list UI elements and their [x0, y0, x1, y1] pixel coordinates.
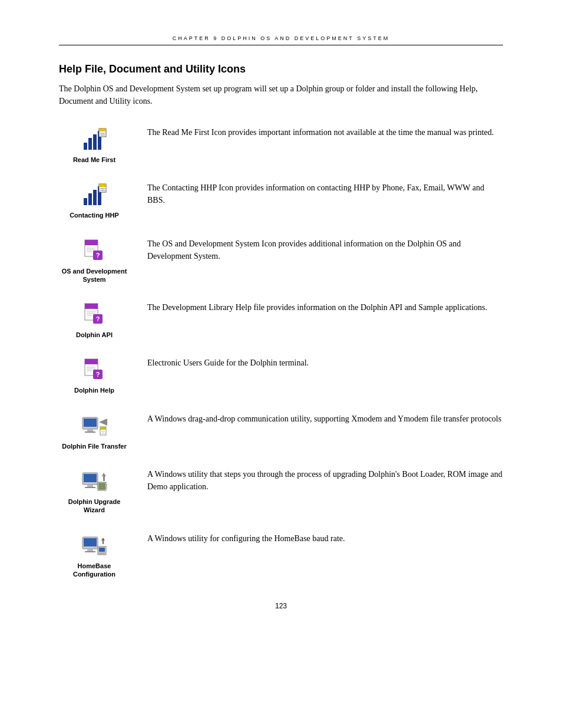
chapter-header: CHAPTER 9 DOLPHIN OS AND DEVELOPMENT SYS… [59, 35, 503, 41]
svg-rect-8 [84, 198, 87, 205]
dolphin-help-label: Dolphin Help [74, 386, 114, 394]
contacting-hhp-icon [80, 180, 108, 209]
icon-col-os-dev: ? OS and Development System [59, 236, 130, 284]
svg-rect-39 [87, 429, 93, 431]
homebase-icon [80, 531, 108, 559]
file-transfer-icon [80, 411, 108, 440]
icon-col-contacting-hhp: Contacting HHP [59, 180, 130, 219]
svg-rect-17 [85, 240, 98, 245]
dolphin-help-icon: ? [80, 355, 108, 384]
dolphin-api-icon: ? [80, 300, 108, 328]
contacting-hhp-label: Contacting HHP [70, 211, 119, 219]
homebase-description: A Windows utility for configuring the Ho… [147, 531, 345, 545]
svg-rect-62 [87, 549, 93, 551]
svg-rect-66 [99, 552, 105, 554]
svg-marker-41 [99, 419, 107, 426]
svg-marker-50 [102, 473, 106, 476]
svg-text:?: ? [96, 252, 100, 259]
file-transfer-label: Dolphin File Transfer [62, 442, 126, 450]
upgrade-wizard-label: Dolphin Upgrade Wizard [59, 498, 130, 515]
svg-rect-9 [88, 193, 92, 205]
list-item: Dolphin Upgrade Wizard A Windows utility… [59, 467, 503, 515]
os-dev-description: The OS and Development System Icon provi… [147, 236, 503, 262]
section-title: Help File, Document and Utility Icons [59, 63, 503, 75]
list-item: Contacting HHP The Contacting HHP Icon p… [59, 180, 503, 219]
upgrade-wizard-icon [80, 467, 108, 495]
read-me-first-icon [80, 125, 108, 153]
icon-col-homebase: HomeBase Configuration [59, 531, 130, 579]
svg-rect-53 [99, 483, 105, 489]
svg-rect-68 [103, 541, 104, 544]
svg-rect-31 [85, 359, 98, 364]
page-number: 123 [59, 602, 503, 610]
dolphin-api-description: The Development Library Help file provid… [147, 300, 487, 314]
svg-rect-10 [93, 190, 97, 205]
list-item: ? OS and Development System The OS and D… [59, 236, 503, 284]
svg-rect-5 [99, 129, 106, 131]
svg-text:?: ? [96, 315, 100, 322]
read-me-first-label: Read Me First [73, 156, 115, 164]
svg-rect-13 [99, 184, 106, 187]
svg-rect-2 [93, 134, 97, 150]
file-transfer-description: A Windows drag-and-drop communication ut… [147, 411, 501, 425]
list-item: HomeBase Configuration A Windows utility… [59, 531, 503, 579]
svg-rect-38 [84, 419, 97, 427]
icon-col-dolphin-help: ? Dolphin Help [59, 355, 130, 394]
icon-col-file-transfer: Dolphin File Transfer [59, 411, 130, 450]
svg-rect-51 [103, 476, 105, 481]
svg-rect-47 [84, 474, 97, 482]
svg-rect-65 [99, 548, 105, 552]
svg-rect-49 [85, 487, 95, 488]
svg-rect-24 [85, 304, 98, 309]
list-item: ? Dolphin API The Development Library He… [59, 300, 503, 339]
icon-col-upgrade-wizard: Dolphin Upgrade Wizard [59, 467, 130, 515]
upgrade-wizard-description: A Windows utility that steps you through… [147, 467, 503, 493]
svg-rect-43 [100, 427, 106, 430]
svg-rect-61 [84, 538, 97, 546]
svg-rect-1 [88, 138, 92, 150]
page: CHAPTER 9 DOLPHIN OS AND DEVELOPMENT SYS… [0, 0, 562, 728]
header-rule [59, 45, 503, 45]
contacting-hhp-description: The Contacting HHP Icon provides informa… [147, 180, 503, 206]
dolphin-api-label: Dolphin API [76, 331, 113, 339]
intro-text: The Dolphin OS and Development System se… [59, 83, 503, 107]
icon-col-read-me-first: Read Me First [59, 125, 130, 164]
read-me-first-description: The Read Me First Icon provides importan… [147, 125, 494, 139]
os-dev-icon: ? [80, 236, 108, 265]
svg-text:?: ? [96, 371, 100, 378]
icon-rows: Read Me First The Read Me First Icon pro… [59, 125, 503, 578]
svg-rect-40 [85, 431, 95, 433]
dolphin-help-description: Electronic Users Guide for the Dolphin t… [147, 355, 309, 369]
homebase-label: HomeBase Configuration [59, 562, 130, 579]
list-item: ? Dolphin Help Electronic Users Guide fo… [59, 355, 503, 394]
svg-rect-63 [85, 551, 95, 552]
svg-rect-48 [87, 485, 93, 487]
os-dev-label: OS and Development System [59, 267, 130, 284]
icon-col-dolphin-api: ? Dolphin API [59, 300, 130, 339]
list-item: Read Me First The Read Me First Icon pro… [59, 125, 503, 164]
svg-rect-0 [84, 143, 87, 150]
list-item: Dolphin File Transfer A Windows drag-and… [59, 411, 503, 450]
svg-marker-67 [101, 538, 105, 541]
